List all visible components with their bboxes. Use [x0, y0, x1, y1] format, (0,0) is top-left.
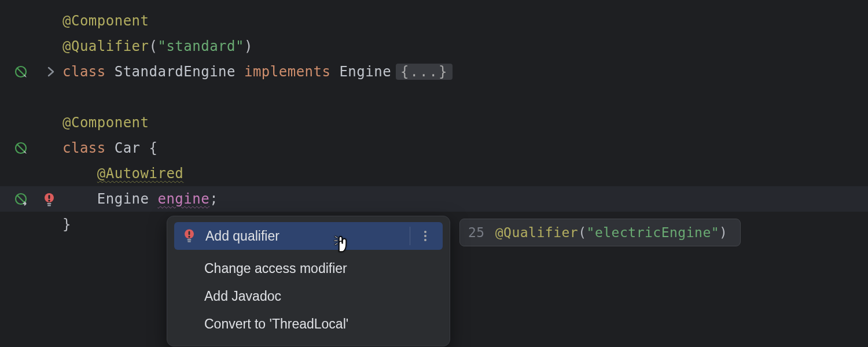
svg-rect-9 [47, 203, 52, 204]
svg-rect-12 [189, 231, 190, 235]
gutter [0, 59, 62, 84]
code-line[interactable]: @Qualifier("standard") [0, 34, 868, 59]
intention-actions-popup[interactable]: Add qualifier Change access modifier Add… [167, 216, 450, 346]
code-line-active[interactable]: Engine engine; [0, 186, 868, 212]
svg-line-3 [17, 145, 25, 152]
svg-point-13 [188, 236, 190, 238]
code-line[interactable]: class StandardEngine implements Engine{.… [0, 59, 868, 84]
string-literal: "electricEngine" [587, 225, 720, 240]
intention-item-convert-to-threadlocal[interactable]: Convert to 'ThreadLocal' [167, 310, 450, 338]
intention-item-label: Add qualifier [205, 228, 279, 244]
code-line[interactable]: @Component [0, 110, 868, 135]
divider [410, 227, 410, 245]
svg-rect-14 [187, 239, 192, 241]
class-name: Car [115, 140, 149, 156]
gutter [0, 34, 62, 59]
navigate-to-icon[interactable] [14, 192, 28, 206]
annotation: @Component [62, 115, 149, 131]
gutter [0, 110, 62, 135]
class-name: StandardEngine [115, 64, 244, 80]
keyword: class [62, 140, 115, 156]
annotation: @Qualifier [495, 225, 578, 240]
intention-item-label: Change access modifier [204, 261, 347, 276]
error-bulb-icon[interactable] [42, 192, 57, 207]
intention-item-label: Add Javadoc [204, 289, 281, 304]
type-ref: Engine [339, 64, 391, 80]
svg-rect-10 [47, 205, 51, 206]
navigate-to-icon[interactable] [14, 141, 28, 155]
gutter [0, 135, 62, 161]
navigate-to-icon[interactable] [14, 65, 28, 79]
intention-item-add-javadoc[interactable]: Add Javadoc [167, 282, 450, 310]
code-line[interactable]: @Component [0, 8, 868, 34]
code-preview-hint: 25 @Qualifier("electricEngine") [459, 219, 741, 246]
code-line[interactable] [0, 84, 868, 110]
error-bulb-icon [182, 229, 196, 243]
hint-line-number: 25 [468, 225, 485, 240]
intention-item-label: Convert to 'ThreadLocal' [204, 316, 348, 332]
code-line[interactable]: @Autowired [0, 161, 868, 186]
svg-point-8 [48, 200, 50, 201]
keyword: class [62, 64, 115, 80]
svg-rect-7 [49, 195, 50, 199]
code-fold-placeholder[interactable]: {...} [396, 64, 453, 80]
annotation: @Component [62, 13, 149, 29]
chevron-right-icon[interactable] [46, 67, 56, 77]
gutter [0, 8, 62, 34]
intention-item-change-access-modifier[interactable]: Change access modifier [167, 254, 450, 282]
keyword: implements [244, 64, 339, 80]
svg-line-5 [17, 195, 25, 203]
annotation: @Autowired [97, 165, 184, 182]
intention-item-add-qualifier[interactable]: Add qualifier [174, 222, 443, 250]
more-options-icon[interactable] [420, 229, 431, 243]
string-literal: "standard" [157, 38, 244, 54]
field-name: engine [157, 191, 209, 207]
gutter [0, 186, 62, 212]
code-line[interactable]: class Car { [0, 135, 868, 161]
svg-line-1 [17, 68, 25, 76]
type-ref: Engine [97, 191, 158, 207]
code-editor[interactable]: @Component @Qualifier("standard") class … [0, 8, 868, 347]
annotation: @Qualifier [62, 38, 149, 54]
svg-rect-15 [187, 241, 191, 242]
